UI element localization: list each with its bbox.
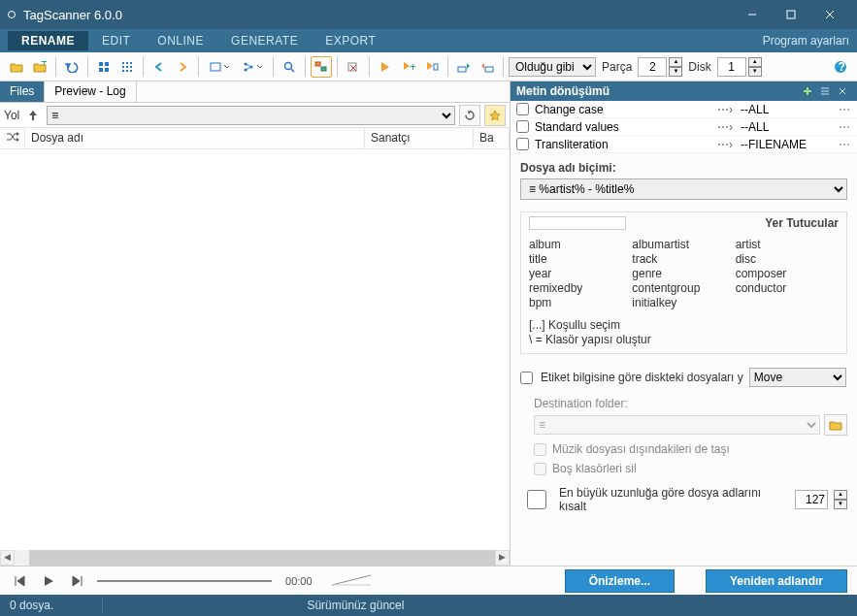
destination-select[interactable]: ≡ xyxy=(534,415,820,435)
truncate-input[interactable] xyxy=(795,490,828,509)
menu-generate[interactable]: GENERATE xyxy=(217,31,312,50)
truncate-spinner[interactable]: ▲▼ xyxy=(834,490,847,509)
panel-close-icon[interactable] xyxy=(834,82,851,100)
close-button[interactable] xyxy=(810,0,849,29)
move-files-check[interactable] xyxy=(520,372,533,384)
delete-tag-icon[interactable] xyxy=(343,56,364,78)
ph-remixedby[interactable]: remixedby xyxy=(529,281,632,296)
edit-icon[interactable]: ⋯ xyxy=(838,138,851,151)
disk-input[interactable] xyxy=(717,57,746,77)
favorite-icon[interactable] xyxy=(484,105,506,126)
panel-add-icon[interactable] xyxy=(799,82,816,100)
refresh-icon[interactable] xyxy=(459,105,480,126)
svg-rect-6 xyxy=(105,62,109,66)
up-folder-icon[interactable] xyxy=(23,106,43,125)
ph-disc[interactable]: disc xyxy=(736,252,839,267)
svg-rect-26 xyxy=(315,62,320,66)
disk-spinner[interactable]: ▲▼ xyxy=(748,57,762,77)
ph-albumartist[interactable]: albumartist xyxy=(632,238,735,252)
play-orange-icon[interactable] xyxy=(375,56,396,78)
tag-group-icon[interactable] xyxy=(311,56,332,78)
horizontal-scrollbar[interactable]: ◀ ▶ xyxy=(0,550,510,566)
view-mode-select[interactable]: Olduğu gibi xyxy=(509,57,596,77)
program-settings-link[interactable]: Program ayarları xyxy=(763,34,849,48)
browse-folder-icon[interactable] xyxy=(824,414,847,436)
parca-spinner[interactable]: ▲▼ xyxy=(669,57,682,77)
scroll-left-icon[interactable]: ◀ xyxy=(0,550,15,566)
path-select[interactable]: ≡ xyxy=(47,106,455,125)
search-icon[interactable] xyxy=(279,56,300,78)
help-icon[interactable]: ? xyxy=(830,56,851,78)
col-filename[interactable]: Dosya adı xyxy=(25,128,365,148)
queue-add-icon[interactable]: + xyxy=(398,56,419,78)
ph-conductor[interactable]: conductor xyxy=(736,281,839,296)
ph-genre[interactable]: genre xyxy=(632,267,735,281)
placeholder-col-1: album title year remixedby bpm xyxy=(529,238,632,310)
ph-year[interactable]: year xyxy=(529,267,632,281)
col-artist[interactable]: Sanatçı xyxy=(365,128,474,148)
prev-track-icon[interactable] xyxy=(10,571,29,591)
panel-menu-icon[interactable] xyxy=(816,82,834,100)
transform-check[interactable] xyxy=(516,120,529,133)
parca-input[interactable] xyxy=(638,57,667,77)
transform-row-translit[interactable]: Transliteration⋯›--FILENAME⋯ xyxy=(511,136,857,153)
scroll-thumb[interactable] xyxy=(29,550,496,566)
ph-artist[interactable]: artist xyxy=(736,238,839,252)
menu-online[interactable]: ONLINE xyxy=(144,31,217,50)
menu-edit[interactable]: EDIT xyxy=(88,31,144,50)
import-icon[interactable] xyxy=(453,56,475,78)
preview-button[interactable]: Önizleme... xyxy=(565,569,675,593)
export-icon[interactable] xyxy=(477,56,498,78)
tree-dropdown-icon[interactable] xyxy=(237,56,268,78)
toolbar: + + Olduğu gibi Parça ▲▼ Disk ▲▼ ? xyxy=(0,52,857,81)
menu-rename[interactable]: RENAME xyxy=(8,31,88,50)
seek-slider[interactable] xyxy=(97,580,272,582)
ph-album[interactable]: album xyxy=(529,238,632,252)
transform-row-standard[interactable]: Standard values⋯›--ALL⋯ xyxy=(511,118,857,136)
delete-empty-check[interactable] xyxy=(534,463,546,475)
undo-icon[interactable] xyxy=(61,56,82,78)
move-action-select[interactable]: Move xyxy=(749,368,846,387)
file-list[interactable] xyxy=(0,149,510,550)
rename-button[interactable]: Yeniden adlandır xyxy=(706,569,847,593)
queue-play-icon[interactable] xyxy=(421,56,443,78)
grid-large-icon[interactable] xyxy=(93,56,115,78)
next-track-icon[interactable] xyxy=(68,571,87,591)
ph-contentgroup[interactable]: contentgroup xyxy=(632,281,735,296)
edit-icon[interactable]: ⋯ xyxy=(838,103,851,116)
placeholder-search[interactable] xyxy=(529,216,626,230)
ph-bpm[interactable]: bpm xyxy=(529,296,632,310)
svg-rect-12 xyxy=(122,66,124,68)
maximize-button[interactable] xyxy=(772,0,810,29)
placeholder-box: Yer Tutucular album title year remixedby… xyxy=(520,211,847,354)
ph-composer[interactable]: composer xyxy=(736,267,839,281)
move-nonmusic-check[interactable] xyxy=(534,443,546,456)
pattern-select[interactable]: ≡ %artist% - %title% xyxy=(520,178,847,200)
transform-check[interactable] xyxy=(516,103,529,115)
minimize-button[interactable] xyxy=(733,0,772,29)
app-title: TagScanner 6.0.0 xyxy=(23,8,733,22)
truncate-check[interactable] xyxy=(520,490,553,509)
add-folder-icon[interactable]: + xyxy=(29,56,50,78)
menu-export[interactable]: EXPORT xyxy=(312,31,389,50)
ph-title[interactable]: title xyxy=(529,252,632,267)
col-ba[interactable]: Ba xyxy=(474,128,510,148)
nav-back-icon[interactable] xyxy=(148,56,170,78)
scroll-right-icon[interactable]: ▶ xyxy=(495,550,510,566)
edit-icon[interactable]: ⋯ xyxy=(838,120,851,134)
svg-rect-34 xyxy=(485,67,493,72)
transform-row-changecase[interactable]: Change case⋯›--ALL⋯ xyxy=(511,101,857,118)
transform-check[interactable] xyxy=(516,138,529,150)
ph-track[interactable]: track xyxy=(632,252,735,267)
tab-preview-log[interactable]: Preview - Log xyxy=(45,81,136,102)
grid-small-icon[interactable] xyxy=(116,56,138,78)
svg-rect-14 xyxy=(130,66,132,68)
nav-forward-icon[interactable] xyxy=(172,56,193,78)
ph-initialkey[interactable]: initialkey xyxy=(632,296,735,310)
col-shuffle[interactable] xyxy=(0,128,25,148)
open-folder-icon[interactable] xyxy=(6,56,27,78)
tab-files[interactable]: Files xyxy=(0,81,45,102)
play-icon[interactable] xyxy=(39,571,58,591)
select-dropdown-icon[interactable] xyxy=(204,56,235,78)
move-files-row: Etiket bilgisine göre diskteki dosyaları… xyxy=(511,362,857,393)
